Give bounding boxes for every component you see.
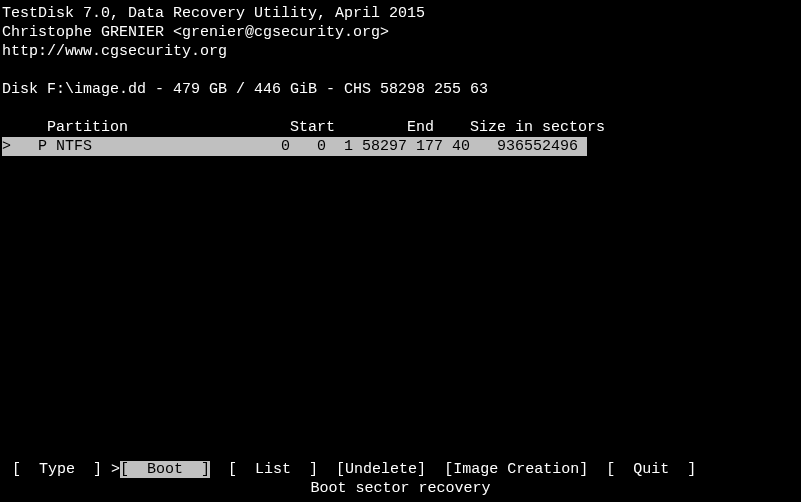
menu-undelete[interactable]: [Undelete]: [336, 461, 444, 478]
terminal-screen: TestDisk 7.0, Data Recovery Utility, Apr…: [0, 0, 801, 502]
bottom-menu: [ Type ] >[ Boot ] [ List ] [Undelete] […: [0, 460, 801, 498]
partition-row-selected[interactable]: > P NTFS 0 0 1 58297 177 40 936552496: [2, 137, 587, 156]
blank-line: [2, 99, 799, 118]
author-line: Christophe GRENIER <grenier@cgsecurity.o…: [2, 23, 799, 42]
menu-image-creation[interactable]: [Image Creation]: [444, 461, 588, 478]
menu-boot-selected[interactable]: [ Boot ]: [120, 461, 210, 478]
menu-cursor: >: [111, 461, 120, 478]
menu-list[interactable]: [ List ]: [210, 461, 336, 478]
blank-line: [2, 61, 799, 80]
menu-type[interactable]: [ Type ]: [12, 461, 102, 478]
menu-quit[interactable]: [ Quit ]: [588, 461, 696, 478]
menu-row: [ Type ] >[ Boot ] [ List ] [Undelete] […: [0, 460, 801, 479]
app-title: TestDisk 7.0, Data Recovery Utility, Apr…: [2, 4, 799, 23]
url-line: http://www.cgsecurity.org: [2, 42, 799, 61]
partition-table-header: Partition Start End Size in sectors: [2, 118, 799, 137]
disk-info: Disk F:\image.dd - 479 GB / 446 GiB - CH…: [2, 80, 799, 99]
menu-description: Boot sector recovery: [0, 479, 801, 498]
